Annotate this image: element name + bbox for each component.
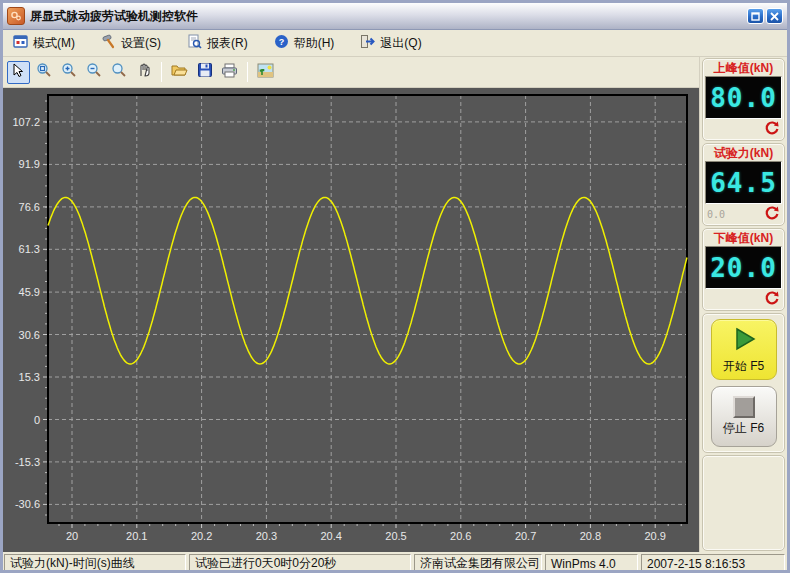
menu-bar: 模式(M) 设置(S) 报表(R) ? 帮助(H) 退出(Q) [3, 30, 787, 57]
save-button[interactable] [193, 61, 216, 84]
select-cursor-button[interactable] [7, 61, 30, 84]
zoom-out-button[interactable] [82, 61, 105, 84]
toolbar-separator [247, 62, 248, 82]
save-floppy-icon [197, 62, 213, 82]
chart-svg: 107.291.976.661.345.930.615.30-15.3-30.6… [3, 88, 699, 548]
stop-square-icon [733, 396, 755, 418]
svg-text:20.8: 20.8 [580, 530, 601, 542]
svg-text:20.2: 20.2 [191, 530, 212, 542]
play-icon [730, 325, 758, 356]
mode-icon [13, 34, 28, 52]
svg-text:76.6: 76.6 [19, 201, 40, 213]
svg-text:20.5: 20.5 [385, 530, 406, 542]
main-window: 屏显式脉动疲劳试验机测控软件 模式(M) 设置(S) [0, 0, 790, 573]
open-folder-icon [171, 62, 188, 83]
upper-peak-value: 80.0 [710, 83, 777, 113]
menu-report-label: 报表(R) [207, 35, 248, 52]
status-curve-label: 试验力(kN)-时间(s)曲线 [4, 554, 186, 573]
test-force-label: 试验力(kN) [705, 145, 782, 161]
settings-hammer-icon [101, 34, 116, 52]
test-force-sub-value: 0.0 [707, 209, 725, 220]
app-gears-icon [7, 7, 25, 25]
svg-text:20.3: 20.3 [256, 530, 277, 542]
maximize-button[interactable] [747, 8, 764, 24]
test-force-refresh-icon[interactable] [764, 205, 780, 225]
upper-peak-label: 上峰值(kN) [705, 60, 782, 76]
zoom-window-icon [36, 62, 52, 82]
menu-settings[interactable]: 设置(S) [101, 34, 161, 52]
svg-text:0: 0 [34, 414, 40, 426]
zoom-in-icon [61, 62, 77, 82]
cursor-icon [11, 63, 26, 82]
open-file-button[interactable] [168, 61, 191, 84]
status-bar: 试验力(kN)-时间(s)曲线 试验已进行0天0时0分20秒 济南试金集团有限公… [3, 552, 787, 573]
print-button[interactable] [218, 61, 241, 84]
zoom-out-icon [86, 62, 102, 82]
menu-mode-label: 模式(M) [33, 35, 75, 52]
control-panel: 上峰值(kN) 80.0 试验力(kN) 64.5 0.0 [699, 57, 787, 552]
upper-peak-display: 80.0 [705, 76, 782, 119]
window-title: 屏显式脉动疲劳试验机测控软件 [30, 8, 747, 25]
report-search-icon [187, 34, 202, 52]
zoom-in-button[interactable] [57, 61, 80, 84]
exit-icon [360, 34, 375, 52]
printer-icon [221, 62, 238, 83]
svg-text:-30.6: -30.6 [15, 498, 40, 510]
menu-help-label: 帮助(H) [294, 35, 335, 52]
menu-mode[interactable]: 模式(M) [13, 34, 75, 52]
menu-report[interactable]: 报表(R) [187, 34, 248, 52]
status-datetime: 2007-2-15 8:16:53 [641, 554, 785, 573]
close-button[interactable] [766, 8, 783, 24]
run-control-group: 开始 F5 停止 F6 [702, 313, 785, 453]
svg-text:30.6: 30.6 [19, 329, 40, 341]
upper-peak-refresh-icon[interactable] [764, 120, 780, 140]
svg-text:45.9: 45.9 [19, 286, 40, 298]
svg-text:20.6: 20.6 [450, 530, 471, 542]
stop-button[interactable]: 停止 F6 [711, 386, 777, 447]
svg-text:?: ? [278, 37, 284, 47]
magnifier-button[interactable] [107, 61, 130, 84]
toolbar-separator [161, 62, 162, 82]
menu-settings-label: 设置(S) [121, 35, 161, 52]
svg-text:20.1: 20.1 [126, 530, 147, 542]
status-version: WinPms 4.0 [545, 554, 638, 573]
menu-exit-label: 退出(Q) [380, 35, 421, 52]
pan-hand-icon [136, 62, 152, 82]
chart-toolbar [3, 57, 699, 88]
magnifier-icon [111, 62, 127, 82]
zoom-window-button[interactable] [32, 61, 55, 84]
lower-peak-label: 下峰值(kN) [705, 230, 782, 246]
export-image-button[interactable] [254, 61, 277, 84]
help-icon: ? [274, 34, 289, 52]
menu-help[interactable]: ? 帮助(H) [274, 34, 335, 52]
svg-text:15.3: 15.3 [19, 371, 40, 383]
upper-peak-group: 上峰值(kN) 80.0 [702, 58, 785, 141]
test-force-group: 试验力(kN) 64.5 0.0 [702, 143, 785, 226]
test-force-display: 64.5 [705, 161, 782, 204]
svg-text:20.4: 20.4 [320, 530, 341, 542]
start-button-label: 开始 F5 [723, 358, 764, 375]
status-elapsed-time: 试验已进行0天0时0分20秒 [189, 554, 411, 573]
menu-exit[interactable]: 退出(Q) [360, 34, 421, 52]
svg-text:107.2: 107.2 [12, 116, 40, 128]
pan-hand-button[interactable] [132, 61, 155, 84]
svg-text:-15.3: -15.3 [15, 456, 40, 468]
lower-peak-display: 20.0 [705, 246, 782, 289]
export-image-icon [257, 62, 274, 83]
svg-text:91.9: 91.9 [19, 158, 40, 170]
svg-text:61.3: 61.3 [19, 243, 40, 255]
start-button[interactable]: 开始 F5 [711, 319, 777, 380]
test-force-value: 64.5 [710, 168, 777, 198]
lower-peak-value: 20.0 [710, 253, 777, 283]
svg-text:20.7: 20.7 [515, 530, 536, 542]
force-time-chart: 107.291.976.661.345.930.615.30-15.3-30.6… [3, 88, 699, 552]
lower-peak-group: 下峰值(kN) 20.0 [702, 228, 785, 311]
lower-peak-refresh-icon[interactable] [764, 290, 780, 310]
svg-text:20.9: 20.9 [644, 530, 665, 542]
title-bar: 屏显式脉动疲劳试验机测控软件 [3, 3, 787, 30]
empty-group [702, 455, 785, 551]
stop-button-label: 停止 F6 [723, 420, 764, 437]
status-company: 济南试金集团有限公司 [414, 554, 542, 573]
svg-text:20: 20 [66, 530, 78, 542]
